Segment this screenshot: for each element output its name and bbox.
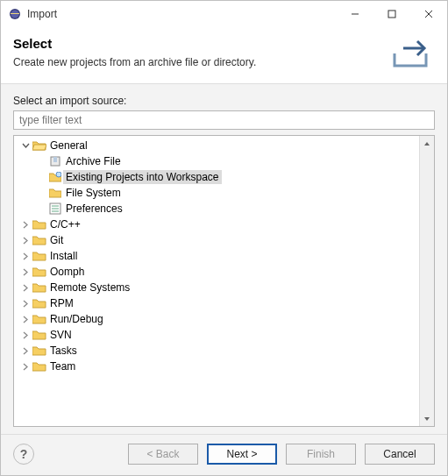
- tree-category-remote-systems[interactable]: Remote Systems: [14, 280, 419, 295]
- tree-label: RPM: [47, 296, 76, 310]
- folder-icon: [32, 235, 47, 245]
- tree-label: Tasks: [47, 344, 80, 358]
- back-button[interactable]: < Back: [128, 444, 198, 465]
- chevron-right-icon[interactable]: [19, 347, 32, 355]
- import-source-label: Select an import source:: [13, 95, 435, 107]
- tree-category-cpp[interactable]: C/C++: [14, 217, 419, 232]
- titlebar: Import: [1, 1, 447, 27]
- tree-label: Preferences: [63, 202, 125, 216]
- eclipse-icon: [8, 7, 22, 21]
- tree-category-team[interactable]: Team: [14, 359, 419, 374]
- tree-scrollbar[interactable]: [419, 136, 434, 426]
- projects-icon: [47, 172, 63, 182]
- tree-label: General: [47, 139, 90, 153]
- tree-item-archive-file[interactable]: Archive File: [14, 153, 419, 169]
- tree-category-svn[interactable]: SVN: [14, 327, 419, 343]
- folder-icon: [32, 345, 47, 356]
- tree-label: File System: [63, 186, 124, 200]
- chevron-right-icon[interactable]: [19, 268, 32, 276]
- tree-label: Install: [47, 249, 80, 263]
- chevron-right-icon[interactable]: [19, 221, 32, 229]
- file-system-icon: [47, 188, 63, 198]
- folder-open-icon: [32, 140, 47, 151]
- cancel-button[interactable]: Cancel: [365, 444, 435, 465]
- preferences-icon: [47, 202, 63, 215]
- import-wizard-window: Import Select Create new projects from a…: [0, 0, 448, 476]
- chevron-right-icon[interactable]: [19, 252, 32, 260]
- tree-label: Team: [47, 359, 78, 373]
- folder-icon: [32, 314, 47, 324]
- tree-category-tasks[interactable]: Tasks: [14, 343, 419, 359]
- tree-label: C/C++: [47, 217, 83, 231]
- folder-icon: [32, 266, 47, 277]
- tree-label: SVN: [47, 328, 75, 342]
- folder-icon: [32, 361, 47, 372]
- window-title: Import: [27, 8, 337, 20]
- finish-button[interactable]: Finish: [286, 444, 356, 465]
- folder-icon: [32, 298, 47, 309]
- minimize-button[interactable]: [337, 2, 373, 26]
- wizard-banner: Select Create new projects from an archi…: [1, 27, 447, 84]
- banner-description: Create new projects from an archive file…: [13, 56, 386, 68]
- folder-icon: [32, 251, 47, 261]
- tree-label: Git: [47, 233, 66, 247]
- chevron-right-icon[interactable]: [19, 300, 32, 308]
- chevron-down-icon[interactable]: [19, 142, 32, 150]
- svg-point-10: [56, 172, 61, 177]
- tree-item-existing-projects[interactable]: Existing Projects into Workspace: [14, 169, 419, 185]
- folder-icon: [32, 330, 47, 340]
- tree-category-install[interactable]: Install: [14, 248, 419, 264]
- tree-category-rpm[interactable]: RPM: [14, 295, 419, 311]
- svg-rect-2: [11, 13, 19, 14]
- filter-input[interactable]: [13, 110, 435, 130]
- chevron-right-icon[interactable]: [19, 331, 32, 339]
- folder-icon: [32, 219, 47, 230]
- tree-label: Oomph: [47, 265, 87, 279]
- tree-category-git[interactable]: Git: [14, 232, 419, 248]
- tree-category-run-debug[interactable]: Run/Debug: [14, 311, 419, 327]
- archive-file-icon: [47, 155, 63, 167]
- tree-category-oomph[interactable]: Oomph: [14, 264, 419, 280]
- chevron-right-icon[interactable]: [19, 284, 32, 292]
- next-button[interactable]: Next >: [207, 444, 277, 465]
- tree-category-general[interactable]: General: [14, 138, 419, 153]
- import-source-tree[interactable]: General Archive File Existing Projects i…: [13, 135, 435, 427]
- wizard-footer: ? < Back Next > Finish Cancel: [1, 434, 447, 475]
- maximize-button[interactable]: [373, 2, 410, 26]
- tree-label: Run/Debug: [47, 312, 106, 326]
- wizard-content: Select an import source: General Archive…: [1, 84, 447, 434]
- close-button[interactable]: [410, 2, 447, 26]
- tree-label: Archive File: [63, 154, 124, 168]
- svg-rect-4: [388, 11, 395, 18]
- banner-heading: Select: [13, 36, 386, 51]
- scroll-down-icon[interactable]: [420, 411, 434, 426]
- tree-item-file-system[interactable]: File System: [14, 185, 419, 201]
- import-banner-icon: [386, 34, 435, 73]
- chevron-right-icon[interactable]: [19, 316, 32, 323]
- tree-label: Remote Systems: [47, 281, 132, 295]
- help-button[interactable]: ?: [13, 444, 34, 465]
- chevron-right-icon[interactable]: [19, 363, 32, 371]
- tree-label: Existing Projects into Workspace: [63, 170, 222, 184]
- scroll-up-icon[interactable]: [420, 136, 434, 151]
- folder-icon: [32, 282, 47, 293]
- chevron-right-icon[interactable]: [19, 237, 32, 245]
- svg-rect-9: [53, 157, 57, 162]
- tree-item-preferences[interactable]: Preferences: [14, 201, 419, 217]
